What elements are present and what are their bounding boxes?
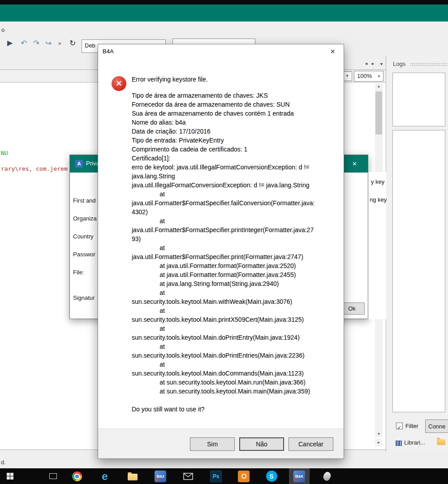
task-view-icon [49,473,57,479]
error-detail-line: Sua área de armazenamento de chaves cont… [132,110,342,119]
tab-scroll-right-icon[interactable]: ► [371,61,375,66]
step-icon[interactable]: ↪ [45,39,52,48]
error-detail-line: java.util.IllegalFormatConversionExcepti… [132,182,342,190]
error-detail-line: sun.security.tools.keytool.Main.doPrintE… [132,352,342,361]
chrome-icon [72,471,82,481]
error-message: Error verifying keystore file. [132,76,208,83]
error-detail-line: sun.security.tools.keytool.Main.printX50… [132,316,342,325]
scroll-up-icon[interactable]: ▲ [375,84,383,88]
field-label: Organiza [73,215,97,222]
dialog-button[interactable]: Cancelar [289,437,333,451]
start-button[interactable] [1,468,19,484]
error-detail-line: Data de criação: 17/10/2016 [132,128,342,137]
dialog-button[interactable]: Sim [190,437,235,451]
editor-horizontal-scrollbar[interactable]: ► [375,439,383,446]
error-detail-line: java.util.Formatter$FormatSpecifier.prin… [132,226,342,235]
error-detail-line: 4302) [132,208,342,217]
error-detail-line: Do you still want to use it? [132,406,342,415]
error-detail-line: at [132,217,342,226]
error-detail-line: java.lang.String [132,173,342,182]
close-icon[interactable]: ✕ [345,155,365,173]
taskbar-skype[interactable]: S [261,468,282,484]
error-detail-line: at [132,190,342,199]
taskbar-orange-app[interactable] [233,468,254,484]
task-view-button[interactable] [43,468,63,484]
taskbar-explorer[interactable] [122,468,143,484]
window-title-bar[interactable] [0,4,448,22]
error-detail-line: sun.security.tools.keytool.Main.withWeak… [132,298,342,307]
connect-button[interactable]: Conne [425,419,448,433]
taskbar-photoshop[interactable]: Ps [206,468,226,484]
taskbar-paint[interactable] [317,468,337,484]
error-detail-line: at [132,343,342,352]
field-label: Passwor [73,251,95,258]
error-detail-line: sun.security.tools.keytool.Main.doPrintE… [132,334,342,343]
files-folder-icon[interactable] [437,439,445,445]
close-icon[interactable]: ✕ [323,45,343,58]
status-text-fragment: d. [1,459,6,466]
build-config-value: Deb [85,42,95,49]
field-label: Country [73,233,94,240]
dialog-button-bar: SimNãoCancelar [98,428,344,458]
logs-panel-title: Logs [393,60,405,67]
redo-icon[interactable]: ↷ [33,39,39,48]
error-detail-line: at java.lang.String.format(String.java:2… [132,280,342,289]
taskbar-b4a-active[interactable]: B4A [289,468,310,484]
error-detail-line: at java.util.Formatter.format(Formatter.… [132,262,342,271]
dialog-button[interactable]: Não [239,437,284,451]
error-dialog: B4A ✕ ✕ Error verifying keystore file. T… [98,44,344,459]
taskbar-edge[interactable]: e [95,468,115,484]
chevron-down-icon: ▼ [377,74,381,78]
scroll-down-icon[interactable]: ▼ [375,432,383,436]
error-detail-line: at [132,325,342,334]
refresh-icon[interactable]: ↻ [69,39,76,48]
b4a-app-icon: A [75,160,83,168]
scrollbar-thumb[interactable] [375,91,382,134]
field-label: File: [73,269,84,276]
orange-app-icon [238,471,250,482]
logs-output-box-main [392,130,445,412]
error-detail-line: java.util.Formatter$FormatSpecifier.prin… [132,253,342,262]
stop-icon[interactable]: ■ [58,41,61,46]
code-fragment-green: NU [1,150,8,156]
logs-header-pattern [410,63,447,67]
folder-icon [128,474,138,480]
libraries-icon [396,441,402,446]
b4j-icon: B4J [155,471,166,482]
text-fragment: y key [371,178,384,185]
error-detail-line: at java.util.Formatter.format(Formatter.… [132,271,342,280]
tab-list-icon[interactable]: ▼ [379,62,383,66]
libraries-tab-label[interactable]: Librari... [404,439,425,446]
error-detail-line: Nome do alias: b4a [132,119,342,128]
menu-text-fragment: o [1,26,4,33]
logs-output-box-top [392,73,445,126]
top-black-strip [0,0,448,4]
error-detail-line: at [132,307,342,316]
zoom-dropdown[interactable]: 100% ▼ [354,71,383,82]
tab-scroll-left-icon[interactable]: ◄ [364,61,368,66]
error-dialog-title: B4A [103,48,114,55]
filter-checkbox[interactable]: ✓ [396,423,403,429]
mail-icon [183,473,193,480]
zoom-value: 100% [357,73,372,79]
run-icon[interactable]: ▶ [7,39,13,47]
paint3d-icon [323,471,332,481]
field-label: Signatur [73,294,95,301]
error-icon: ✕ [112,76,126,91]
taskbar-chrome[interactable] [67,468,87,484]
field-label: First and [73,197,96,204]
error-detail-line: Comprimento da cadeia de certificados: 1 [132,146,342,155]
taskbar-mail[interactable] [178,468,198,484]
b4a-icon: B4A [293,471,305,482]
photoshop-icon: Ps [210,471,222,482]
error-detail-line: java.util.Formatter$FormatSpecifier.fail… [132,199,342,208]
skype-icon: S [266,471,277,482]
undo-icon[interactable]: ↶ [21,39,27,48]
error-detail-line: at sun.security.tools.keytool.Main.run(M… [132,379,342,388]
text-fragment: ng key [370,196,387,203]
taskbar-b4j[interactable]: B4J [150,468,171,484]
error-detail-line: 93) [132,235,342,244]
code-fragment-red: rary\res, com.jerem [1,165,68,172]
error-details: Tipo de área de armazenamento de chaves:… [132,92,342,415]
error-detail-line: sun.security.tools.keytool.Main.doComman… [132,370,342,379]
